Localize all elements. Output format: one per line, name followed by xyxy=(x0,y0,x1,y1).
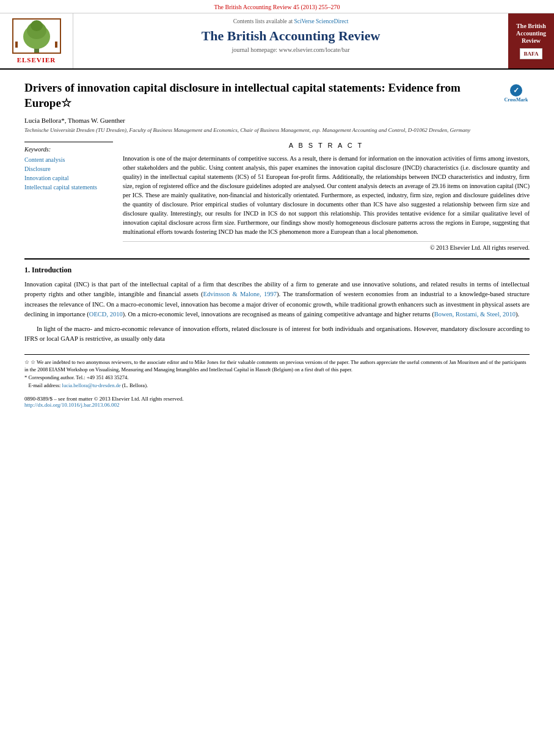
article-title-text: Drivers of innovation capital disclosure… xyxy=(24,81,461,109)
footnote-star: ☆ ☆ We are indebted to two anonymous rev… xyxy=(24,358,530,374)
issn-text: 0890-8389/$ – see front matter © 2013 El… xyxy=(24,396,530,402)
keywords-section: Keywords: Content analysis Disclosure In… xyxy=(24,142,113,192)
elsevier-tree-icon xyxy=(12,18,61,54)
footnote-email-link[interactable]: lucia.bellora@tu-dresden.de xyxy=(62,382,121,388)
journal-center: Contents lists available at SciVerse Sci… xyxy=(73,13,508,68)
title-star: ☆ xyxy=(61,96,71,109)
svg-rect-6 xyxy=(55,42,57,48)
footnote-star-symbol: ☆ xyxy=(24,359,31,365)
crossmark-block[interactable]: ✓ CrossMark xyxy=(502,81,530,108)
elsevier-logo-block: ELSEVIER xyxy=(0,13,73,68)
intro-number: 1. xyxy=(24,266,30,274)
crossmark-icon: ✓ CrossMark xyxy=(505,83,528,106)
footnote-star-text: ☆ We are indebted to two anonymous revie… xyxy=(24,359,527,373)
bowen-link[interactable]: Bowen, Rostami, & Steel, 2010 xyxy=(434,311,516,318)
footnote-email: E-mail address: lucia.bellora@tu-dresden… xyxy=(24,382,530,390)
intro-para-2: In light of the macro- and micro-economi… xyxy=(24,324,530,344)
svg-text:✓: ✓ xyxy=(513,86,519,95)
intro-title: Introduction xyxy=(32,266,71,274)
contents-text: Contents lists available at xyxy=(233,18,293,24)
content-area: Drivers of innovation capital disclosure… xyxy=(0,70,554,419)
bottom-issn: 0890-8389/$ – see front matter © 2013 El… xyxy=(24,396,530,408)
intro-section-title: 1. Introduction xyxy=(24,266,530,275)
affiliation: Technische Universität Dresden (TU Dresd… xyxy=(24,126,530,134)
footnote-corresponding: * Corresponding author. Tel.: +49 351 46… xyxy=(24,374,530,382)
footnote-corresponding-text: * Corresponding author. Tel.: +49 351 46… xyxy=(24,374,128,380)
right-col: A B S T R A C T Innovation is one of the… xyxy=(123,142,530,251)
journal-header: ELSEVIER Contents lists available at Sci… xyxy=(0,13,554,70)
footnote-email-author: (L. Bellora). xyxy=(121,382,148,388)
svg-text:CrossMark: CrossMark xyxy=(505,97,528,103)
keyword-ics: Intellectual capital statements xyxy=(24,183,113,192)
elsevier-wordmark: ELSEVIER xyxy=(17,56,56,64)
footnote-divider: ☆ ☆ We are indebted to two anonymous rev… xyxy=(24,354,530,390)
keyword-content-analysis: Content analysis xyxy=(24,155,113,164)
badge-bafa: BAFA xyxy=(520,48,543,59)
top-bar: The British Accounting Review 45 (2013) … xyxy=(0,0,554,13)
svg-rect-5 xyxy=(15,42,18,48)
sciverse-link[interactable]: SciVerse ScienceDirect xyxy=(294,18,348,24)
sciverse-line: Contents lists available at SciVerse Sci… xyxy=(79,18,502,24)
two-col-section: Keywords: Content analysis Disclosure In… xyxy=(24,142,530,251)
page: The British Accounting Review 45 (2013) … xyxy=(0,0,554,756)
section-divider xyxy=(24,258,530,260)
keyword-disclosure: Disclosure xyxy=(24,164,113,173)
left-col: Keywords: Content analysis Disclosure In… xyxy=(24,142,113,251)
journal-badge: The British Accounting Review BAFA xyxy=(508,13,554,68)
oecd-link[interactable]: OECD, 2010 xyxy=(89,311,123,318)
badge-title: The British Accounting Review xyxy=(511,23,552,45)
abstract-label: A B S T R A C T xyxy=(123,142,530,149)
keyword-innovation-capital: Innovation capital xyxy=(24,173,113,183)
intro-para-1: Innovation capital (INC) is that part of… xyxy=(24,280,530,319)
journal-title: The British Accounting Review xyxy=(79,28,502,44)
footnote-email-label: E-mail address: xyxy=(28,382,62,388)
copyright-line: © 2013 Elsevier Ltd. All rights reserved… xyxy=(123,241,530,251)
keywords-label: Keywords: xyxy=(24,146,113,153)
article-title-block: Drivers of innovation capital disclosure… xyxy=(24,81,530,111)
svg-point-3 xyxy=(31,20,43,31)
authors: Lucia Bellora*, Thomas W. Guenther xyxy=(24,117,530,124)
journal-ref-link[interactable]: The British Accounting Review 45 (2013) … xyxy=(214,4,340,10)
abstract-text: Innovation is one of the major determina… xyxy=(123,154,530,236)
edvinsson-link[interactable]: Edvinsson & Malone, 1997 xyxy=(203,291,277,297)
doi-link[interactable]: http://dx.doi.org/10.1016/j.bar.2013.06.… xyxy=(24,402,120,408)
journal-homepage: journal homepage: www.elsevier.com/locat… xyxy=(79,46,502,53)
